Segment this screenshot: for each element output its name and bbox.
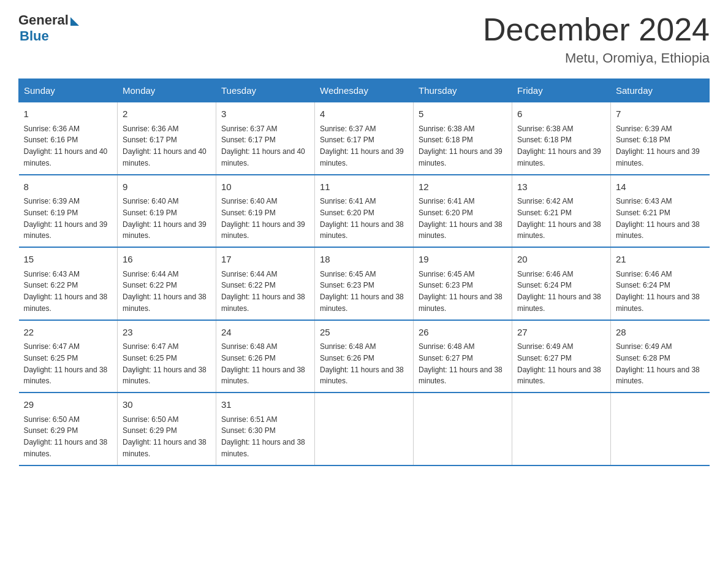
logo: General Blue [18, 12, 79, 44]
day-info: Sunrise: 6:40 AMSunset: 6:19 PMDaylight:… [123, 197, 207, 240]
calendar-cell: 3Sunrise: 6:37 AMSunset: 6:17 PMDaylight… [216, 102, 315, 175]
title-section: December 2024 Metu, Oromiya, Ethiopia [483, 12, 710, 66]
day-number: 23 [123, 326, 211, 340]
day-number: 28 [616, 326, 705, 340]
day-number: 25 [320, 326, 408, 340]
day-number: 27 [517, 326, 605, 340]
calendar-cell: 4Sunrise: 6:37 AMSunset: 6:17 PMDaylight… [315, 102, 414, 175]
header-thursday: Thursday [414, 79, 512, 102]
calendar-cell: 14Sunrise: 6:43 AMSunset: 6:21 PMDayligh… [611, 175, 710, 248]
day-number: 2 [123, 107, 211, 121]
calendar-cell [414, 393, 512, 465]
calendar-cell: 21Sunrise: 6:46 AMSunset: 6:24 PMDayligh… [611, 247, 710, 320]
calendar-cell: 23Sunrise: 6:47 AMSunset: 6:25 PMDayligh… [118, 320, 216, 393]
day-info: Sunrise: 6:40 AMSunset: 6:19 PMDaylight:… [221, 197, 305, 240]
day-number: 5 [419, 107, 507, 121]
day-number: 29 [24, 398, 113, 412]
day-number: 31 [221, 398, 309, 412]
day-number: 13 [517, 180, 605, 194]
day-info: Sunrise: 6:41 AMSunset: 6:20 PMDaylight:… [320, 197, 404, 240]
day-number: 6 [517, 107, 605, 121]
day-info: Sunrise: 6:51 AMSunset: 6:30 PMDaylight:… [221, 415, 305, 458]
day-number: 17 [221, 253, 309, 267]
calendar-cell: 26Sunrise: 6:48 AMSunset: 6:27 PMDayligh… [414, 320, 512, 393]
calendar-cell: 10Sunrise: 6:40 AMSunset: 6:19 PMDayligh… [216, 175, 315, 248]
calendar-cell: 22Sunrise: 6:47 AMSunset: 6:25 PMDayligh… [19, 320, 118, 393]
calendar-cell: 28Sunrise: 6:49 AMSunset: 6:28 PMDayligh… [611, 320, 710, 393]
day-number: 9 [123, 180, 211, 194]
header-friday: Friday [512, 79, 611, 102]
calendar-cell: 9Sunrise: 6:40 AMSunset: 6:19 PMDaylight… [118, 175, 216, 248]
day-info: Sunrise: 6:44 AMSunset: 6:22 PMDaylight:… [123, 270, 207, 313]
calendar-cell: 30Sunrise: 6:50 AMSunset: 6:29 PMDayligh… [118, 393, 216, 465]
header-saturday: Saturday [611, 79, 710, 102]
day-number: 7 [616, 107, 705, 121]
calendar-cell: 29Sunrise: 6:50 AMSunset: 6:29 PMDayligh… [19, 393, 118, 465]
day-info: Sunrise: 6:49 AMSunset: 6:27 PMDaylight:… [517, 342, 601, 385]
day-info: Sunrise: 6:39 AMSunset: 6:18 PMDaylight:… [616, 124, 700, 167]
header-sunday: Sunday [19, 79, 118, 102]
day-number: 20 [517, 253, 605, 267]
calendar-table: SundayMondayTuesdayWednesdayThursdayFrid… [18, 79, 710, 466]
day-number: 11 [320, 180, 408, 194]
day-number: 15 [24, 253, 113, 267]
day-info: Sunrise: 6:43 AMSunset: 6:21 PMDaylight:… [616, 197, 700, 240]
header-monday: Monday [118, 79, 216, 102]
day-number: 1 [24, 107, 113, 121]
calendar-cell: 2Sunrise: 6:36 AMSunset: 6:17 PMDaylight… [118, 102, 216, 175]
day-number: 21 [616, 253, 705, 267]
day-number: 18 [320, 253, 408, 267]
day-info: Sunrise: 6:47 AMSunset: 6:25 PMDaylight:… [123, 342, 207, 385]
day-info: Sunrise: 6:42 AMSunset: 6:21 PMDaylight:… [517, 197, 601, 240]
day-number: 22 [24, 326, 113, 340]
calendar-week-row: 29Sunrise: 6:50 AMSunset: 6:29 PMDayligh… [19, 393, 710, 465]
logo-general-text: General [18, 12, 69, 28]
calendar-cell: 12Sunrise: 6:41 AMSunset: 6:20 PMDayligh… [414, 175, 512, 248]
header-wednesday: Wednesday [315, 79, 414, 102]
calendar-cell: 24Sunrise: 6:48 AMSunset: 6:26 PMDayligh… [216, 320, 315, 393]
day-info: Sunrise: 6:48 AMSunset: 6:27 PMDaylight:… [419, 342, 502, 385]
day-info: Sunrise: 6:45 AMSunset: 6:23 PMDaylight:… [419, 270, 502, 313]
day-number: 24 [221, 326, 309, 340]
day-number: 8 [24, 180, 113, 194]
logo-blue-text: Blue [20, 28, 49, 44]
day-info: Sunrise: 6:38 AMSunset: 6:18 PMDaylight:… [419, 124, 502, 167]
page-header: General Blue December 2024 Metu, Oromiya… [18, 12, 710, 66]
calendar-cell [611, 393, 710, 465]
day-info: Sunrise: 6:37 AMSunset: 6:17 PMDaylight:… [320, 124, 404, 167]
day-number: 4 [320, 107, 408, 121]
day-info: Sunrise: 6:49 AMSunset: 6:28 PMDaylight:… [616, 342, 700, 385]
calendar-cell: 5Sunrise: 6:38 AMSunset: 6:18 PMDaylight… [414, 102, 512, 175]
calendar-cell: 1Sunrise: 6:36 AMSunset: 6:16 PMDaylight… [19, 102, 118, 175]
day-number: 30 [123, 398, 211, 412]
calendar-cell: 27Sunrise: 6:49 AMSunset: 6:27 PMDayligh… [512, 320, 611, 393]
day-number: 19 [419, 253, 507, 267]
calendar-cell: 15Sunrise: 6:43 AMSunset: 6:22 PMDayligh… [19, 247, 118, 320]
day-info: Sunrise: 6:50 AMSunset: 6:29 PMDaylight:… [24, 415, 108, 458]
day-info: Sunrise: 6:36 AMSunset: 6:16 PMDaylight:… [24, 124, 108, 167]
calendar-cell: 19Sunrise: 6:45 AMSunset: 6:23 PMDayligh… [414, 247, 512, 320]
calendar-cell [315, 393, 414, 465]
day-info: Sunrise: 6:50 AMSunset: 6:29 PMDaylight:… [123, 415, 207, 458]
location: Metu, Oromiya, Ethiopia [483, 50, 710, 66]
day-info: Sunrise: 6:38 AMSunset: 6:18 PMDaylight:… [517, 124, 601, 167]
header-tuesday: Tuesday [216, 79, 315, 102]
day-info: Sunrise: 6:48 AMSunset: 6:26 PMDaylight:… [221, 342, 305, 385]
calendar-cell: 25Sunrise: 6:48 AMSunset: 6:26 PMDayligh… [315, 320, 414, 393]
day-number: 16 [123, 253, 211, 267]
calendar-cell: 8Sunrise: 6:39 AMSunset: 6:19 PMDaylight… [19, 175, 118, 248]
calendar-cell: 16Sunrise: 6:44 AMSunset: 6:22 PMDayligh… [118, 247, 216, 320]
day-info: Sunrise: 6:46 AMSunset: 6:24 PMDaylight:… [616, 270, 700, 313]
day-info: Sunrise: 6:43 AMSunset: 6:22 PMDaylight:… [24, 270, 108, 313]
day-number: 12 [419, 180, 507, 194]
day-info: Sunrise: 6:44 AMSunset: 6:22 PMDaylight:… [221, 270, 305, 313]
calendar-cell: 18Sunrise: 6:45 AMSunset: 6:23 PMDayligh… [315, 247, 414, 320]
logo-arrow-icon [70, 17, 79, 26]
day-info: Sunrise: 6:37 AMSunset: 6:17 PMDaylight:… [221, 124, 305, 167]
day-info: Sunrise: 6:47 AMSunset: 6:25 PMDaylight:… [24, 342, 108, 385]
calendar-cell: 11Sunrise: 6:41 AMSunset: 6:20 PMDayligh… [315, 175, 414, 248]
calendar-header-row: SundayMondayTuesdayWednesdayThursdayFrid… [19, 79, 710, 102]
day-info: Sunrise: 6:46 AMSunset: 6:24 PMDaylight:… [517, 270, 601, 313]
day-number: 26 [419, 326, 507, 340]
calendar-cell: 7Sunrise: 6:39 AMSunset: 6:18 PMDaylight… [611, 102, 710, 175]
